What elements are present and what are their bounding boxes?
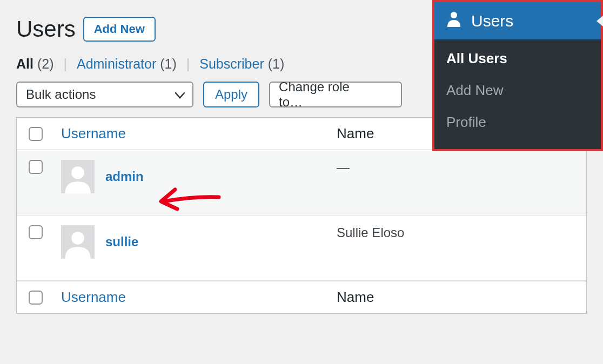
filter-sub-label: Subscriber — [199, 56, 264, 71]
change-role-label: Change role to… — [279, 79, 374, 110]
filter-separator: | — [63, 56, 67, 72]
filter-admin-count: (1) — [160, 56, 177, 71]
filter-separator: | — [186, 56, 190, 72]
apply-button[interactable]: Apply — [203, 82, 259, 107]
user-icon — [446, 11, 461, 31]
column-username[interactable]: Username — [61, 125, 337, 142]
svg-point-1 — [71, 232, 84, 245]
change-role-select[interactable]: Change role to… — [269, 82, 402, 107]
row-checkbox[interactable] — [29, 225, 43, 239]
column-name-bottom[interactable]: Name — [337, 289, 574, 306]
row-checkbox[interactable] — [29, 160, 43, 174]
add-new-button[interactable]: Add New — [83, 17, 156, 42]
sidebar-title: Users — [471, 12, 513, 30]
sidebar-item-all-users[interactable]: All Users — [434, 43, 601, 75]
username-link[interactable]: admin — [105, 169, 144, 184]
page-title: Users — [16, 16, 76, 42]
sidebar-item-add-new[interactable]: Add New — [434, 75, 601, 106]
sidebar-header[interactable]: Users — [434, 2, 601, 39]
table-row: admin — — [17, 150, 586, 215]
name-cell: Sullie Eloso — [337, 225, 574, 240]
avatar — [61, 225, 95, 259]
filter-subscriber[interactable]: Subscriber (1) — [199, 56, 284, 72]
column-username-bottom[interactable]: Username — [61, 289, 337, 306]
caret-left-icon — [597, 16, 603, 26]
select-all-checkbox-bottom[interactable] — [29, 291, 43, 305]
chevron-down-icon — [175, 87, 185, 102]
avatar — [61, 160, 95, 193]
select-all-checkbox[interactable] — [29, 127, 43, 141]
filter-all[interactable]: All (2) — [16, 56, 53, 72]
filter-sub-count: (1) — [268, 56, 285, 71]
filter-administrator[interactable]: Administrator (1) — [77, 56, 177, 72]
table-footer: Username Name — [17, 281, 586, 313]
username-link[interactable]: sullie — [105, 234, 138, 250]
svg-point-2 — [451, 12, 457, 18]
sidebar-item-profile[interactable]: Profile — [434, 106, 601, 146]
sidebar-users-panel: Users All Users Add New Profile — [432, 0, 603, 151]
table-row: sullie Sullie Eloso — [17, 215, 586, 281]
filter-admin-label: Administrator — [77, 56, 156, 71]
filter-all-label: All — [16, 56, 34, 71]
bulk-actions-select[interactable]: Bulk actions — [16, 82, 193, 107]
svg-point-0 — [71, 166, 84, 179]
bulk-actions-label: Bulk actions — [26, 87, 96, 102]
filter-all-count: (2) — [37, 56, 54, 71]
name-cell: — — [337, 160, 574, 175]
